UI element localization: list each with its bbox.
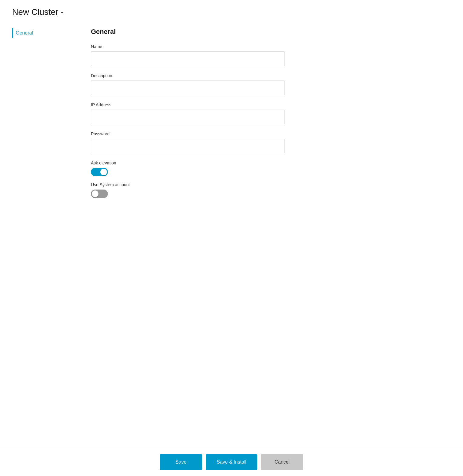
password-label: Password — [91, 131, 439, 136]
description-input[interactable] — [91, 81, 285, 95]
content-area: General General Name Description IP Addr… — [0, 22, 463, 210]
name-field-group: Name — [91, 44, 439, 66]
save-button[interactable]: Save — [160, 454, 202, 470]
ask-elevation-thumb — [100, 169, 107, 175]
sidebar-item-general[interactable]: General — [12, 28, 79, 38]
section-title: General — [91, 28, 439, 36]
ask-elevation-toggle[interactable] — [91, 168, 108, 176]
use-system-account-toggle[interactable] — [91, 190, 108, 198]
cancel-button[interactable]: Cancel — [261, 454, 303, 470]
name-label: Name — [91, 44, 439, 49]
ip-address-field-group: IP Address — [91, 102, 439, 124]
ask-elevation-group: Ask elevation — [91, 160, 439, 176]
name-input[interactable] — [91, 51, 285, 66]
ask-elevation-label: Ask elevation — [91, 160, 439, 165]
use-system-account-label: Use System account — [91, 182, 439, 187]
main-content: General Name Description IP Address Pass… — [79, 28, 451, 204]
sidebar: General — [12, 28, 79, 204]
description-field-group: Description — [91, 73, 439, 95]
footer-actions: Save Save & Install Cancel — [0, 448, 463, 476]
ip-address-input[interactable] — [91, 110, 285, 124]
password-input[interactable] — [91, 139, 285, 153]
ip-address-label: IP Address — [91, 102, 439, 107]
page-title: New Cluster - — [12, 7, 451, 17]
password-field-group: Password — [91, 131, 439, 153]
sidebar-item-label: General — [16, 30, 33, 36]
description-label: Description — [91, 73, 439, 78]
use-system-account-thumb — [92, 190, 98, 197]
save-install-button[interactable]: Save & Install — [206, 454, 257, 470]
use-system-account-group: Use System account — [91, 182, 439, 198]
page-header: New Cluster - — [0, 0, 463, 22]
